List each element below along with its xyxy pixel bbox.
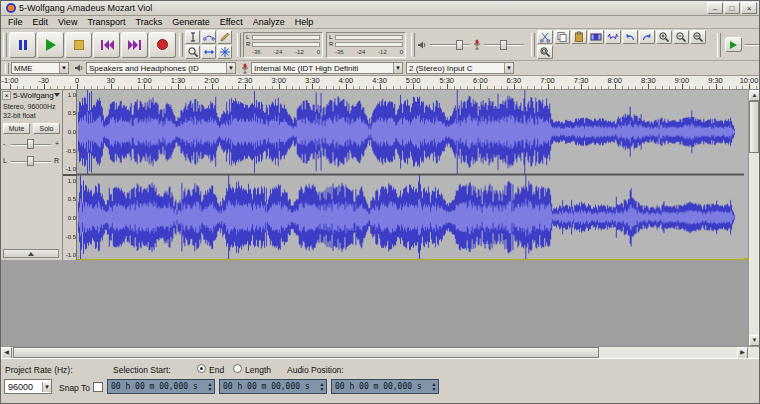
output-device-select[interactable]: Speakers and Headphones (ID▼: [86, 62, 236, 74]
timeline-label: 0: [60, 76, 94, 86]
track-title[interactable]: 5-Wolfgang: [13, 91, 54, 100]
menu-item-help[interactable]: Help: [290, 16, 319, 29]
draw-tool-button[interactable]: [217, 30, 232, 44]
selection-tool-button[interactable]: [185, 30, 200, 44]
paste-button[interactable]: [571, 30, 587, 44]
timeline-label: 5:30: [430, 76, 464, 86]
track-menu-caret-icon[interactable]: [54, 93, 60, 97]
device-toolbar-gripper[interactable]: [5, 63, 9, 74]
spinner-arrows-icon[interactable]: ▲▼: [430, 382, 438, 392]
play-at-speed-button[interactable]: [725, 37, 742, 52]
trim-button[interactable]: [588, 30, 604, 44]
track-collapse-button[interactable]: [3, 249, 59, 258]
selection-end-field[interactable]: 00 h 00 m 00,000 s ▲▼: [219, 379, 327, 394]
input-volume-thumb[interactable]: [500, 40, 507, 50]
pan-thumb[interactable]: [27, 156, 34, 166]
play-button[interactable]: [37, 32, 64, 58]
multi-tool-button[interactable]: [217, 45, 232, 59]
gain-thumb[interactable]: [27, 139, 34, 149]
vertical-scrollbar[interactable]: ▲ ▼: [748, 90, 759, 346]
vertical-scrollbar-thumb[interactable]: [749, 101, 759, 153]
menu-item-analyze[interactable]: Analyze: [248, 16, 290, 29]
transcription-toolbar-gripper[interactable]: [717, 33, 721, 57]
audio-position-field[interactable]: 00 h 00 m 00,000 s ▲▼: [331, 379, 439, 394]
mute-button[interactable]: Mute: [3, 123, 30, 134]
copy-button[interactable]: [554, 30, 570, 44]
gain-minus-label: -: [3, 140, 5, 147]
meter-tick: -24: [357, 48, 366, 56]
menu-item-tracks[interactable]: Tracks: [131, 16, 168, 29]
track-gain-slider[interactable]: - +: [3, 138, 59, 151]
fit-selection-button[interactable]: [690, 30, 706, 44]
scroll-up-icon[interactable]: ▲: [749, 90, 760, 101]
zoom-in-button[interactable]: [656, 30, 672, 44]
pan-right-label: R: [54, 157, 59, 164]
transport-toolbar-gripper[interactable]: [3, 33, 7, 57]
menu-item-effect[interactable]: Effect: [215, 16, 248, 29]
audio-host-select[interactable]: MME▼: [11, 62, 69, 74]
zoom-out-button[interactable]: [673, 30, 689, 44]
timeline-label: 9:00: [665, 76, 699, 86]
skip-to-end-button[interactable]: [121, 32, 148, 58]
selection-tool-icon: [187, 31, 199, 43]
vruler-label: -0.5: [66, 148, 76, 154]
edit-toolbar-gripper[interactable]: [531, 33, 535, 57]
cut-button[interactable]: [537, 30, 553, 44]
menu-item-edit[interactable]: Edit: [28, 16, 54, 29]
input-volume-slider[interactable]: [484, 39, 524, 51]
horizontal-scrollbar-thumb[interactable]: [13, 347, 599, 358]
envelope-tool-button[interactable]: [201, 30, 216, 44]
vertical-ruler: 1.0 0.5 0.0 -0.5 -1.0 1.0 0.5 0.0 -0.5 -…: [63, 90, 77, 260]
fit-project-button[interactable]: [537, 45, 553, 59]
stereo-waveform[interactable]: [77, 90, 744, 259]
track-pan-slider[interactable]: L R: [3, 155, 59, 168]
playback-speed-slider[interactable]: [745, 39, 759, 51]
timeline-label: 30: [94, 76, 128, 86]
input-device-select[interactable]: Internal Mic (IDT High Definiti▼: [251, 62, 403, 74]
minimize-button[interactable]: –: [707, 2, 723, 14]
zoom-tool-button[interactable]: [185, 45, 200, 59]
menu-item-transport[interactable]: Transport: [82, 16, 130, 29]
selection-start-label: Selection Start:: [113, 365, 171, 375]
recording-meter[interactable]: L R -36 -24 -12 0: [326, 32, 406, 58]
playback-meter-gripper[interactable]: [237, 33, 241, 57]
menu-item-generate[interactable]: Generate: [167, 16, 215, 29]
timeline-label: 5:00: [396, 76, 430, 86]
horizontal-scrollbar[interactable]: ◀ ▶: [1, 346, 759, 358]
output-volume-thumb[interactable]: [456, 40, 463, 50]
mixer-toolbar-gripper[interactable]: [411, 33, 415, 57]
playback-meter[interactable]: L R -36 -24 -12 0: [243, 32, 323, 58]
track-close-button[interactable]: ×: [2, 91, 11, 100]
pause-button[interactable]: [9, 32, 36, 58]
snap-to-checkbox[interactable]: [93, 382, 103, 392]
menu-item-view[interactable]: View: [53, 16, 82, 29]
selection-start-field[interactable]: 00 h 00 m 00,000 s ▲▼: [107, 379, 215, 394]
silence-button[interactable]: [605, 30, 621, 44]
undo-button[interactable]: [622, 30, 638, 44]
vertical-ruler-right-channel: 1.0 0.5 0.0 -0.5 -1.0: [63, 176, 77, 260]
timeline-label: 2:30: [228, 76, 262, 86]
output-volume-slider[interactable]: [430, 39, 470, 51]
tools-toolbar-gripper[interactable]: [179, 33, 183, 57]
selection-start-value: 00 h 00 m 00,000 s: [108, 382, 206, 391]
skip-to-start-button[interactable]: [93, 32, 120, 58]
timeline-ruler[interactable]: -1:00 -30 0 30 1:00 1:30 2:00 2:30 3:00 …: [1, 76, 759, 90]
record-button[interactable]: [149, 32, 176, 58]
titlebar[interactable]: 5-Wolfgang Amadeus Mozart Viol – □ ×: [1, 1, 759, 16]
spinner-arrows-icon[interactable]: ▲▼: [318, 382, 326, 392]
menu-item-file[interactable]: File: [3, 16, 28, 29]
audio-track[interactable]: × 5-Wolfgang Stereo, 96000Hz 32-bit floa…: [1, 90, 749, 260]
project-rate-select[interactable]: 96000 ▼: [4, 379, 52, 394]
close-button[interactable]: ×: [741, 2, 757, 14]
spinner-arrows-icon[interactable]: ▲▼: [206, 382, 214, 392]
redo-button[interactable]: [639, 30, 655, 44]
undo-icon: [624, 31, 636, 43]
stop-button[interactable]: [65, 32, 92, 58]
length-radio[interactable]: [233, 364, 242, 373]
solo-button[interactable]: Solo: [33, 123, 60, 134]
end-radio[interactable]: [197, 364, 206, 373]
scroll-down-icon[interactable]: ▼: [749, 335, 760, 346]
input-channels-select[interactable]: 2 (Stereo) Input C▼: [406, 62, 514, 74]
maximize-button[interactable]: □: [724, 2, 740, 14]
timeshift-tool-button[interactable]: [201, 45, 216, 59]
